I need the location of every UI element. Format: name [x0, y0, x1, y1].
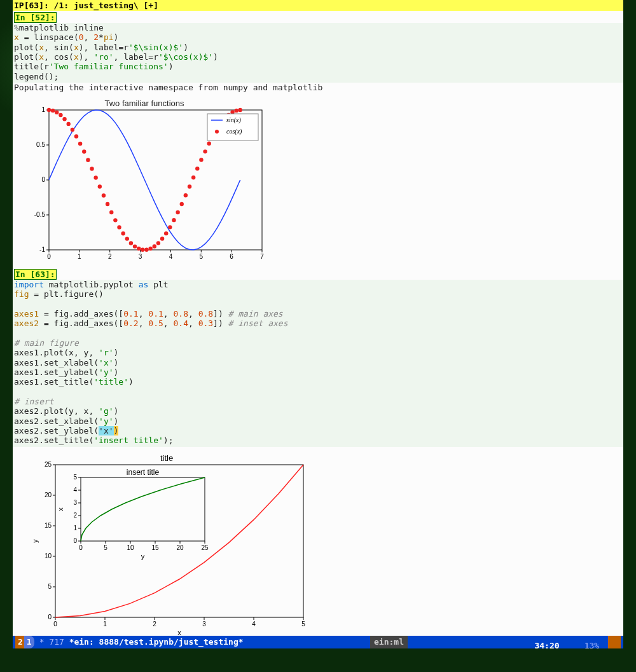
- svg-text:3: 3: [202, 621, 206, 627]
- svg-point-37: [86, 158, 90, 162]
- svg-point-42: [106, 202, 109, 206]
- chart1-svg: 01234567-1-0.500.51sin(x)cos(x): [20, 97, 268, 263]
- svg-point-49: [133, 244, 137, 248]
- modeline: 2 1 * 717 *ein: 8888/test.ipynb/just_tes…: [13, 636, 623, 648]
- cell-63[interactable]: In [63]: import matplotlib.pyplot as plt…: [13, 268, 623, 447]
- svg-text:0: 0: [73, 537, 77, 544]
- svg-text:0: 0: [79, 544, 83, 551]
- svg-text:4: 4: [73, 486, 77, 493]
- svg-point-28: [51, 109, 55, 113]
- svg-point-61: [180, 202, 184, 206]
- svg-point-53: [148, 247, 152, 250]
- svg-point-43: [109, 210, 113, 214]
- svg-point-36: [82, 149, 86, 153]
- svg-text:20: 20: [176, 544, 184, 551]
- cell-52-prompt: In [52]:: [14, 12, 57, 23]
- svg-point-50: [137, 247, 141, 250]
- svg-point-56: [160, 237, 164, 240]
- svg-text:1: 1: [103, 621, 107, 627]
- cell-63-code[interactable]: import matplotlib.pyplot as plt fig = pl…: [13, 280, 623, 447]
- svg-point-55: [156, 241, 160, 245]
- svg-point-32: [66, 122, 70, 126]
- svg-text:0.5: 0.5: [36, 141, 45, 148]
- window-titlebar: IP[63]: /1: just_testing\ [+]: [13, 0, 623, 11]
- ml-size: 717: [49, 636, 64, 648]
- svg-point-40: [98, 184, 102, 188]
- svg-rect-111: [81, 477, 205, 541]
- svg-text:0: 0: [48, 614, 52, 621]
- svg-text:1: 1: [78, 253, 81, 260]
- svg-point-59: [172, 218, 176, 222]
- svg-point-65: [195, 167, 199, 170]
- svg-point-75: [235, 109, 238, 113]
- svg-text:x: x: [57, 507, 64, 511]
- svg-text:3: 3: [139, 253, 142, 260]
- svg-text:2: 2: [73, 512, 77, 519]
- ml-buffer-number: 1: [24, 636, 34, 648]
- svg-point-41: [102, 193, 106, 197]
- svg-text:0: 0: [41, 176, 45, 183]
- svg-point-68: [207, 142, 211, 146]
- svg-point-80: [215, 130, 219, 134]
- svg-point-30: [59, 113, 62, 117]
- ml-cursor-pos: 34:20: [534, 641, 559, 650]
- svg-text:3: 3: [73, 499, 77, 506]
- svg-point-44: [113, 218, 117, 222]
- svg-text:6: 6: [230, 253, 233, 260]
- svg-text:0: 0: [53, 621, 57, 627]
- ml-tail-icon: [608, 636, 621, 648]
- svg-point-29: [55, 110, 59, 114]
- svg-point-62: [184, 193, 188, 197]
- svg-text:2: 2: [153, 621, 156, 627]
- svg-point-38: [90, 167, 93, 170]
- svg-point-58: [168, 225, 172, 229]
- svg-text:20: 20: [45, 491, 52, 498]
- svg-text:y: y: [31, 538, 39, 542]
- svg-text:cos(x): cos(x): [226, 128, 242, 135]
- svg-text:5: 5: [200, 253, 204, 260]
- svg-text:-0.5: -0.5: [34, 211, 46, 218]
- ml-major-mode: ein:ml: [370, 636, 408, 648]
- svg-text:15: 15: [151, 544, 159, 551]
- svg-text:10: 10: [127, 544, 134, 551]
- cell-63-figure: title0123450510152025xyinsert title05101…: [20, 452, 313, 636]
- svg-text:7: 7: [260, 253, 264, 260]
- cell-52-stdout: Populating the interactive namespace fro…: [13, 83, 623, 92]
- svg-point-48: [129, 241, 133, 245]
- svg-text:25: 25: [45, 461, 52, 468]
- svg-text:-1: -1: [39, 246, 45, 253]
- svg-text:4: 4: [169, 253, 173, 260]
- ml-scroll-pct: 13%: [584, 641, 599, 650]
- svg-point-54: [153, 244, 156, 248]
- chart2-svg: title0123450510152025xyinsert title05101…: [20, 452, 313, 636]
- cell-52[interactable]: In [52]: %matplotlib inline x = linspace…: [13, 11, 623, 92]
- cell-63-prompt: In [63]:: [14, 269, 57, 280]
- svg-text:5: 5: [73, 474, 77, 481]
- svg-point-51: [141, 248, 144, 252]
- svg-point-52: [144, 248, 148, 252]
- svg-text:5: 5: [48, 583, 52, 590]
- svg-point-33: [71, 128, 74, 132]
- svg-text:15: 15: [45, 522, 52, 529]
- svg-text:10: 10: [45, 552, 52, 559]
- svg-point-76: [238, 108, 242, 112]
- svg-text:insert title: insert title: [127, 468, 160, 477]
- cell-52-figure: Two familiar functions 01234567-1-0.500.…: [20, 97, 268, 263]
- editor-frame: IP[63]: /1: just_testing\ [+] In [52]: %…: [13, 0, 623, 636]
- chart1-title: Two familiar functions: [20, 99, 268, 108]
- ml-buffer-name: *ein: 8888/test.ipynb/just_testing*: [69, 636, 244, 648]
- svg-point-45: [117, 225, 121, 229]
- cell-52-code[interactable]: %matplotlib inline x = linspace(0, 2*pi)…: [13, 23, 623, 83]
- svg-text:5: 5: [104, 544, 107, 551]
- svg-point-64: [191, 175, 195, 179]
- svg-point-66: [199, 158, 203, 161]
- svg-point-31: [62, 117, 66, 121]
- svg-point-63: [188, 184, 191, 188]
- svg-text:x: x: [177, 629, 181, 636]
- svg-text:y: y: [141, 552, 145, 560]
- svg-text:4: 4: [252, 621, 256, 627]
- svg-point-67: [203, 149, 207, 153]
- svg-point-57: [164, 231, 168, 235]
- svg-point-60: [176, 210, 179, 214]
- svg-point-47: [125, 237, 129, 240]
